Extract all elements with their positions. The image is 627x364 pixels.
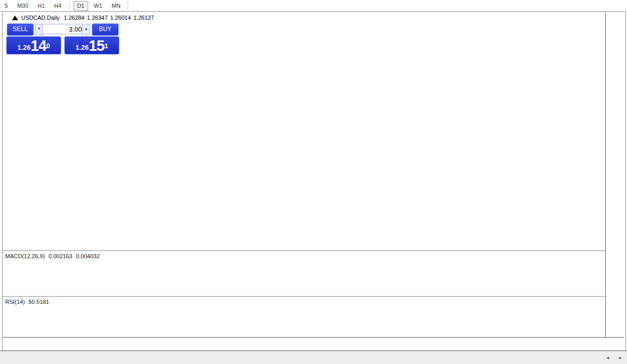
sell-price-button[interactable]: 1.26140 [6, 36, 61, 54]
price-axis[interactable] [605, 13, 625, 337]
rsi-label: RSI(14) 50.5181 [5, 299, 51, 305]
timeframe-button-MN[interactable]: MN [108, 1, 124, 11]
macd-name: MACD(12,26,9) [5, 253, 45, 259]
tab-scroll-right-icon[interactable]: ► [618, 355, 623, 360]
buy-button[interactable]: BUY [92, 23, 119, 36]
timeframe-button-M30[interactable]: M30 [13, 1, 32, 11]
time-axis[interactable] [3, 338, 624, 350]
volume-increase-button[interactable]: ▲ [82, 24, 90, 35]
timeframe-button-5[interactable]: 5 [1, 1, 11, 11]
sell-price-base: 1.26 [18, 42, 31, 53]
ohlc-open: 1.26284 [64, 15, 85, 21]
macd-label: MACD(12,26,9) 0.002163 0.004032 [5, 253, 102, 259]
buy-price-pips: 15 [89, 38, 104, 53]
sell-price-pips: 14 [31, 38, 46, 53]
tab-scroll-left-icon[interactable]: ◄ [605, 355, 610, 360]
chart-window: USDCAD,Daily 1.26284 1.26347 1.26014 1.2… [2, 11, 626, 352]
volume-input[interactable] [42, 24, 85, 34]
timeframe-button-W1[interactable]: W1 [90, 1, 106, 11]
chart-title: USDCAD,Daily 1.26284 1.26347 1.26014 1.2… [12, 14, 157, 21]
sell-price-point: 0 [46, 37, 50, 55]
ohlc-low: 1.26014 [110, 15, 131, 21]
macd-signal-value: 0.004032 [76, 253, 100, 259]
toolbar-separator [128, 2, 129, 10]
macd-main-value: 0.002163 [48, 253, 72, 259]
buy-price-point: 1 [104, 37, 108, 55]
chart-tab-bar: ◄ ► [0, 351, 627, 364]
one-click-trading-toggle-icon[interactable] [12, 16, 18, 20]
buy-price-base: 1.26 [76, 42, 89, 53]
rsi-name: RSI(14) [5, 299, 25, 305]
buy-price-button[interactable]: 1.26151 [64, 36, 119, 54]
ohlc-close: 1.26137 [133, 15, 154, 21]
timeframe-toolbar: 5M30H1H4D1W1MN [0, 0, 627, 12]
ohlc-high: 1.26347 [87, 15, 108, 21]
sell-button[interactable]: SELL [7, 23, 34, 36]
tab-scroll-buttons: ◄ ► [605, 355, 623, 360]
rsi-value: 50.5181 [29, 299, 49, 305]
timeframe-button-D1[interactable]: D1 [74, 1, 88, 11]
chart-symbol-period: USDCAD,Daily [21, 15, 60, 21]
rsi-pane[interactable] [4, 298, 605, 337]
one-click-trading-panel: SELL ▼ ▲ BUY 1.26140 1.26151 [6, 22, 119, 53]
toolbar-separator [69, 2, 70, 10]
timeframe-button-H1[interactable]: H1 [34, 1, 49, 11]
timeframe-button-H4[interactable]: H4 [51, 1, 65, 11]
rsi-chart [4, 298, 605, 337]
